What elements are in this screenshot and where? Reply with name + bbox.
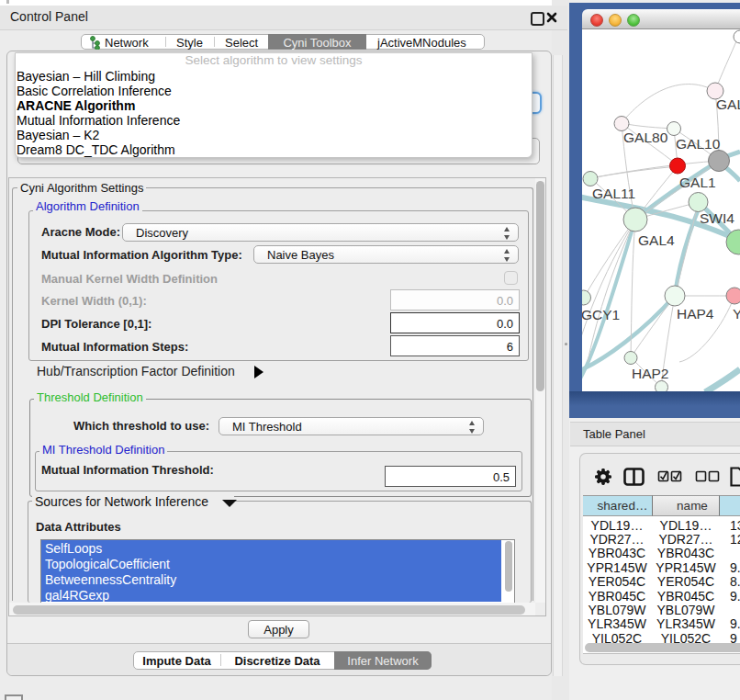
svg-text:GAL11: GAL11 — [592, 186, 635, 201]
svg-text:GAL4: GAL4 — [638, 232, 675, 248]
svg-text:YM: YM — [733, 306, 740, 322]
svg-text:SWI4: SWI4 — [700, 210, 734, 226]
svg-text:GAL80: GAL80 — [623, 130, 668, 145]
svg-text:GAL7: GAL7 — [716, 96, 740, 112]
svg-text:GCY1: GCY1 — [582, 307, 620, 322]
svg-text:GAL1: GAL1 — [679, 175, 716, 190]
svg-text:HAP2: HAP2 — [632, 366, 669, 381]
svg-text:GAL10: GAL10 — [676, 136, 721, 152]
svg-text:HAP4: HAP4 — [677, 306, 714, 322]
